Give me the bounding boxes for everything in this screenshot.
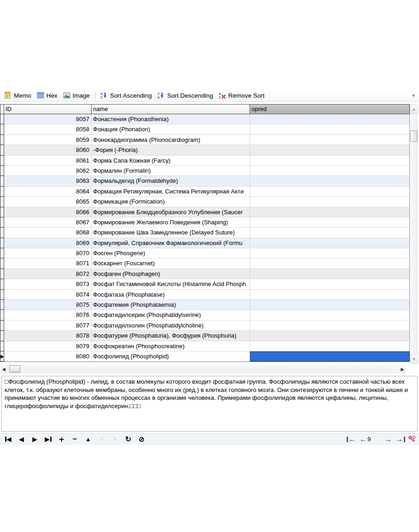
cell-opred[interactable]	[250, 279, 410, 289]
cell-id[interactable]: 8069	[4, 238, 92, 248]
cell-opred[interactable]	[250, 228, 410, 238]
cell-id[interactable]: 8058	[4, 124, 92, 134]
cell-id[interactable]: 8068	[4, 228, 92, 238]
row-indicator[interactable]	[0, 269, 4, 279]
row-indicator[interactable]	[0, 300, 4, 310]
row-indicator[interactable]	[0, 310, 4, 320]
cell-name[interactable]: Фонастения (Phonasthenia)	[92, 114, 250, 124]
table-row[interactable]: 8064Формация Ретикулярная, Система Ретик…	[0, 187, 410, 197]
cell-name[interactable]: Формалин (Formalin)	[92, 166, 250, 176]
navigator-cancel-button[interactable]: ×	[108, 434, 122, 445]
cell-opred[interactable]	[250, 238, 410, 248]
cell-opred[interactable]	[250, 156, 410, 166]
cell-name[interactable]: Формирование Желаемого Поведения (Shapin…	[92, 217, 250, 228]
row-indicator[interactable]	[0, 321, 4, 331]
cell-id[interactable]: 8071	[4, 258, 92, 269]
last-page-button[interactable]: →	[394, 434, 406, 445]
remove-sort-button[interactable]: A Z Remove Sort	[216, 91, 268, 100]
horizontal-scrollbar-thumb[interactable]	[9, 365, 20, 373]
cell-id[interactable]: 8075	[4, 300, 92, 310]
table-row[interactable]: 8068Формирование Шва Замедленное (Delaye…	[0, 228, 410, 238]
cell-opred[interactable]	[250, 310, 410, 320]
navigator-refresh-button[interactable]: ↻	[122, 434, 135, 445]
table-row[interactable]: 8076Фосфатидилсерин (Phosphatidylserine)	[0, 310, 410, 320]
cell-opred[interactable]	[250, 258, 410, 269]
cell-name[interactable]: Фосфокреатин (Phosphocreatine)	[92, 341, 250, 351]
cell-opred[interactable]	[250, 300, 410, 310]
cell-id[interactable]: 8072	[4, 269, 92, 279]
cell-id[interactable]: 8059	[4, 135, 92, 145]
cell-name[interactable]: Фосфатидилхолин (Phosphatidylcholine)	[92, 321, 250, 331]
table-row[interactable]: 8078Фосфатурия (Phosphaturia), Фосфурия …	[0, 331, 410, 341]
cell-name[interactable]: Фоскарнет (Foscarnet)	[92, 258, 250, 269]
table-row[interactable]: 8069Формулярий, Справочник Фармакологиче…	[0, 238, 410, 248]
cell-opred[interactable]	[250, 135, 410, 145]
sort-descending-button[interactable]: Z A Sort Descending	[155, 91, 216, 100]
cell-opred[interactable]	[250, 166, 410, 176]
cell-name[interactable]: Формулярий, Справочник Фармакологический…	[92, 238, 250, 248]
cell-opred[interactable]	[250, 124, 410, 134]
column-header-id[interactable]: ID	[4, 105, 92, 114]
cell-name[interactable]: Фосфат Гистаминовой Кислоты (Histamine A…	[92, 279, 250, 289]
navigator-last-button[interactable]: ▶	[41, 434, 55, 445]
row-indicator[interactable]	[0, 145, 4, 155]
cell-name[interactable]: Формирование Блюдцеобразного Углубления …	[92, 207, 250, 217]
cell-opred[interactable]	[250, 187, 410, 197]
row-indicator[interactable]	[0, 341, 4, 351]
table-row[interactable]: 8067Формирование Желаемого Поведения (Sh…	[0, 217, 410, 228]
cell-id[interactable]: 8074	[4, 290, 92, 300]
memo-pane[interactable]: □Фосфолипид (Phospholipid) - липид, в со…	[1, 376, 418, 432]
cell-id[interactable]: 8067	[4, 217, 92, 228]
row-indicator[interactable]	[0, 290, 4, 300]
vertical-scrollbar[interactable]: ▲ ▼	[410, 104, 418, 364]
cell-name[interactable]: Фосфатемия (Phosphataemia)	[92, 300, 250, 310]
row-indicator[interactable]	[0, 238, 4, 248]
cell-id[interactable]: 8060	[4, 145, 92, 155]
scroll-right-icon[interactable]: ▶	[399, 364, 406, 374]
row-indicator[interactable]	[0, 124, 4, 134]
table-row[interactable]: 8079Фосфокреатин (Phosphocreatine)	[0, 341, 410, 351]
cell-name[interactable]: Фонация (Phonation)	[92, 124, 250, 134]
cell-name[interactable]: Формикация (Formication)	[92, 197, 250, 207]
table-row[interactable]: 8075Фосфатемия (Phosphataemia)	[0, 300, 410, 310]
cell-id[interactable]: 8077	[4, 321, 92, 331]
cell-name[interactable]: Формирование Шва Замедленное (Delayed Su…	[92, 228, 250, 238]
cell-id[interactable]: 8080	[4, 351, 92, 362]
cell-id[interactable]: 8062	[4, 166, 92, 176]
table-row[interactable]: 8063Формальдегид (Formaldehyde)	[0, 176, 410, 186]
cell-name[interactable]: Фосфатидилсерин (Phosphatidylserine)	[92, 310, 250, 320]
current-row-indicator[interactable]: ▶	[0, 351, 4, 362]
sort-ascending-button[interactable]: A Z Sort Ascending	[98, 91, 155, 100]
navigator-prior-button[interactable]: ◀	[15, 434, 28, 445]
navigator-insert-button[interactable]: +	[55, 434, 68, 445]
cell-opred[interactable]	[250, 207, 410, 217]
cell-opred[interactable]	[250, 217, 410, 228]
cell-id[interactable]: 8073	[4, 279, 92, 289]
cell-name[interactable]: Формация Ретикулярная, Система Ретикуляр…	[92, 187, 250, 197]
table-row[interactable]: 8066Формирование Блюдцеобразного Углубле…	[0, 207, 410, 217]
cell-opred[interactable]	[250, 341, 410, 351]
cell-id[interactable]: 8057	[4, 114, 92, 124]
table-row[interactable]: 8058Фонация (Phonation)	[0, 124, 410, 134]
table-row[interactable]: 8059Фонокардиограмма (Phonocardiogram)	[0, 135, 410, 145]
cell-name[interactable]: Форма Сапа Кожная (Farcy)	[92, 156, 250, 166]
navigator-post-button[interactable]: ✓	[95, 434, 108, 445]
navigator-first-button[interactable]: ◀	[1, 434, 15, 445]
cell-name[interactable]: Фосфатаза (Phosphatase)	[92, 290, 250, 300]
row-indicator[interactable]	[0, 197, 4, 207]
cell-opred[interactable]	[250, 145, 410, 155]
scroll-up-icon[interactable]: ▲	[410, 104, 418, 114]
navigator-edit-button[interactable]: ▲	[81, 434, 95, 445]
navigator-block-button[interactable]: ⊘	[135, 434, 148, 445]
row-indicator[interactable]	[0, 187, 4, 197]
cell-id[interactable]: 8066	[4, 207, 92, 217]
cell-id[interactable]: 8070	[4, 248, 92, 258]
row-indicator[interactable]	[0, 331, 4, 341]
row-indicator[interactable]	[0, 114, 4, 124]
cell-opred[interactable]	[250, 269, 410, 279]
navigator-delete-button[interactable]: −	[68, 434, 81, 445]
cell-id[interactable]: 8065	[4, 197, 92, 207]
row-indicator[interactable]	[0, 217, 4, 228]
column-header-opred[interactable]: opred	[250, 105, 410, 114]
cell-id[interactable]: 8061	[4, 156, 92, 166]
